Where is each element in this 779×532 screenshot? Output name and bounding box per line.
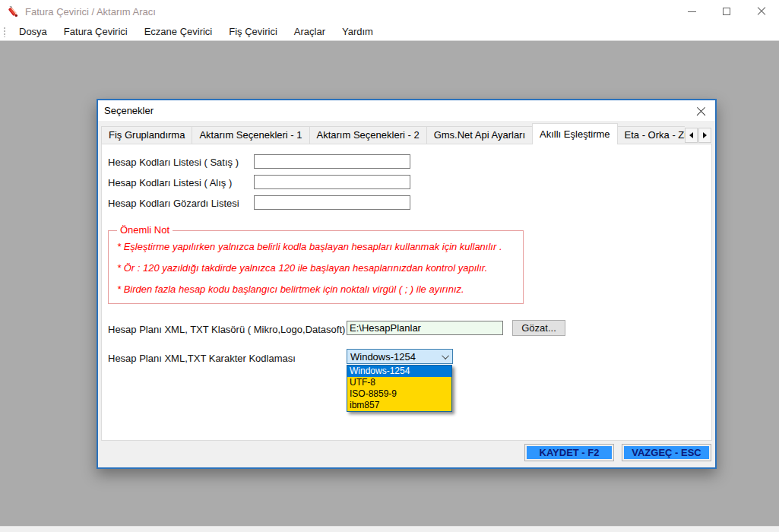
tab-scroll-left-button[interactable]	[685, 128, 698, 143]
close-icon	[757, 7, 766, 16]
browse-button[interactable]: Gözat...	[512, 320, 565, 336]
encoding-selected-value: Windows-1254	[350, 351, 416, 363]
encoding-combobox[interactable]: Windows-1254	[347, 349, 453, 364]
important-note-title: Önemli Not	[117, 224, 173, 236]
encoding-dropdown-list: Windows-1254 UTF-8 ISO-8859-9 ibm857	[347, 365, 452, 412]
encoding-label: Hesap Planı XML,TXT Karakter Kodlaması	[108, 353, 296, 364]
tab-eta-orka-zirve-hesap-plani[interactable]: Eta - Orka - Zirve Hesap Planı	[617, 126, 685, 144]
save-button-label: KAYDET - F2	[527, 446, 612, 459]
note-line: * Eşleştirme yapılırken yalnızca belirli…	[117, 231, 523, 252]
tab-scroll-right-button[interactable]	[698, 128, 711, 143]
tab-scrollers	[684, 128, 711, 143]
close-icon	[696, 106, 706, 116]
dialog-title: Seçenekler	[104, 105, 154, 116]
dropdown-option-utf-8[interactable]: UTF-8	[347, 377, 451, 388]
save-button[interactable]: KAYDET - F2	[524, 444, 614, 461]
sales-codes-label: Hesap Kodları Listesi ( Satış )	[108, 157, 239, 168]
note-line: * Ör : 120 yazıldığı takdirde yalnızca 1…	[117, 252, 523, 274]
tab-fis-gruplandirma[interactable]: Fiş Gruplandırma	[101, 126, 192, 144]
tab-gmsnet-api-ayarlari[interactable]: Gms.Net Api Ayarları	[426, 126, 533, 144]
sales-codes-input[interactable]	[254, 154, 410, 169]
minimize-icon	[688, 11, 696, 12]
window-title: Fatura Çevirici / Aktarım Aracı	[25, 6, 156, 17]
dialog-footer: KAYDET - F2 VAZGEÇ - ESC	[524, 444, 711, 461]
status-strip	[0, 526, 779, 532]
chart-folder-label: Hesap Planı XML, TXT Klasörü ( Mikro,Log…	[108, 324, 345, 335]
dialog-close-button[interactable]	[694, 104, 708, 118]
purchase-codes-label: Hesap Kodları Listesi ( Alış )	[108, 177, 232, 188]
window-titlebar: Fatura Çevirici / Aktarım Aracı	[0, 0, 779, 23]
menu-item-dosya[interactable]: Dosya	[11, 23, 55, 41]
tab-aktarim-secenekleri-1[interactable]: Aktarım Seçenekleri - 1	[192, 126, 309, 144]
menu-item-fis-cevirici[interactable]: Fiş Çevirici	[220, 23, 286, 41]
options-dialog: Seçenekler Fiş Gruplandırma Aktarım Seçe…	[97, 99, 717, 469]
tab-akilli-eslestirme[interactable]: Akıllı Eşleştirme	[532, 123, 617, 144]
close-button[interactable]	[744, 0, 779, 23]
dropdown-option-windows-1254[interactable]: Windows-1254	[347, 366, 451, 377]
arrow-left-icon	[689, 132, 693, 138]
dropdown-option-ibm857[interactable]: ibm857	[347, 400, 451, 411]
cancel-button-label: VAZGEÇ - ESC	[624, 446, 709, 459]
maximize-icon	[723, 8, 730, 15]
menu-item-fatura-cevirici[interactable]: Fatura Çevirici	[55, 23, 136, 41]
menu-item-araclar[interactable]: Araçlar	[286, 23, 334, 41]
important-note-groupbox: Önemli Not * Eşleştirme yapılırken yalnı…	[108, 230, 524, 304]
menu-bar: Dosya Fatura Çevirici Eczane Çevirici Fi…	[0, 23, 779, 41]
dropdown-option-iso-8859-9[interactable]: ISO-8859-9	[347, 388, 451, 400]
purchase-codes-input[interactable]	[254, 175, 410, 189]
chevron-down-icon	[442, 352, 449, 359]
tab-strip: Fiş Gruplandırma Aktarım Seçenekleri - 1…	[101, 123, 685, 144]
menu-grip-icon	[3, 27, 6, 37]
maximize-button[interactable]	[709, 0, 744, 23]
tab-page-akilli-eslestirme: Hesap Kodları Listesi ( Satış ) Hesap Ko…	[101, 144, 712, 441]
tab-aktarim-secenekleri-2[interactable]: Aktarım Seçenekleri - 2	[309, 126, 427, 144]
menu-item-yardim[interactable]: Yardım	[334, 23, 382, 41]
wrench-icon	[7, 5, 20, 18]
arrow-right-icon	[703, 132, 707, 138]
menu-item-eczane-cevirici[interactable]: Eczane Çevirici	[136, 23, 221, 41]
dialog-titlebar: Seçenekler	[98, 100, 715, 121]
ignore-codes-label: Hesap Kodları Gözardı Listesi	[108, 198, 239, 209]
note-line: * Birden fazla hesap kodu başlangıcı bel…	[117, 274, 523, 295]
ignore-codes-input[interactable]	[254, 195, 410, 210]
cancel-button[interactable]: VAZGEÇ - ESC	[622, 444, 711, 461]
minimize-button[interactable]	[674, 0, 709, 23]
chart-folder-input[interactable]	[347, 321, 503, 335]
